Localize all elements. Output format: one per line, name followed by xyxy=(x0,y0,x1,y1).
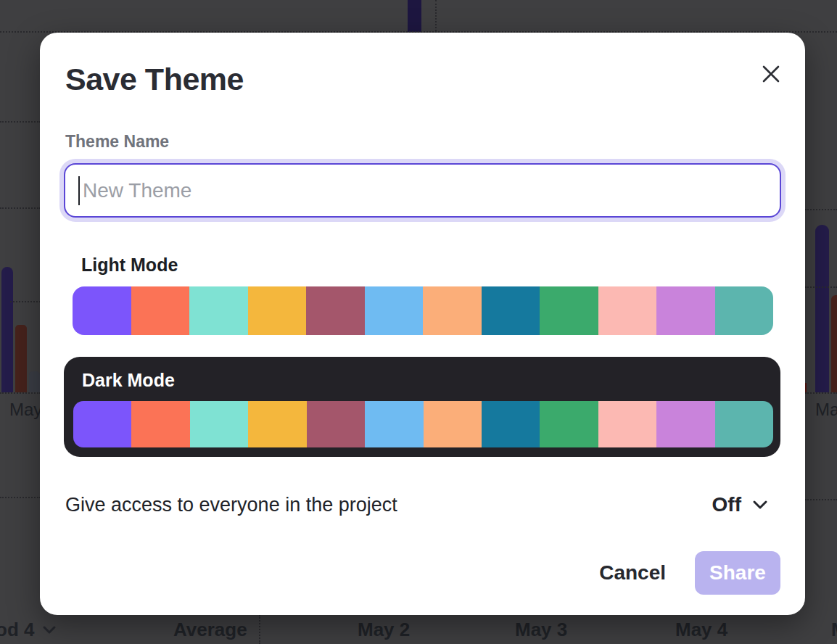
chart-bar xyxy=(408,0,421,32)
gridline xyxy=(0,207,41,209)
close-button[interactable] xyxy=(760,63,782,85)
theme-name-label: Theme Name xyxy=(65,132,169,152)
color-swatch xyxy=(190,401,248,447)
gridline xyxy=(0,121,41,123)
access-dropdown[interactable]: Off xyxy=(712,493,769,516)
axis-label-may3: May 3 xyxy=(515,619,567,641)
gridline xyxy=(0,497,41,498)
chart-bar xyxy=(15,325,27,392)
color-swatch xyxy=(540,401,598,447)
color-swatch xyxy=(248,401,306,447)
dialog-title: Save Theme xyxy=(65,62,244,97)
dark-mode-heading: Dark Mode xyxy=(82,370,175,391)
color-swatch xyxy=(656,286,715,335)
color-swatch xyxy=(248,286,307,335)
color-swatch xyxy=(540,286,598,335)
theme-name-input[interactable] xyxy=(64,163,781,218)
period-label: od 4 xyxy=(0,619,34,641)
save-theme-dialog: Save Theme Theme Name Light Mode Dark Mo… xyxy=(40,33,805,615)
color-swatch xyxy=(365,286,424,335)
gridline xyxy=(805,209,837,210)
dialog-footer: Cancel Share xyxy=(599,551,780,595)
color-swatch xyxy=(482,401,540,447)
axis-label-may5-partial: M xyxy=(831,619,837,641)
gridline xyxy=(435,0,437,31)
gridline xyxy=(259,615,260,644)
color-swatch xyxy=(73,286,131,335)
access-label: Give access to everyone in the project xyxy=(65,494,397,516)
share-button[interactable]: Share xyxy=(695,551,780,595)
cancel-button[interactable]: Cancel xyxy=(599,561,666,585)
text-caret xyxy=(78,176,80,205)
axis-label-may2: May 2 xyxy=(358,619,410,641)
dark-mode-card: Dark Mode xyxy=(64,357,780,457)
color-swatch xyxy=(715,401,773,447)
color-swatch xyxy=(598,286,657,335)
color-swatch xyxy=(656,401,714,447)
gridline xyxy=(805,392,837,394)
color-swatch xyxy=(131,286,190,335)
chevron-down-icon xyxy=(751,499,769,511)
theme-name-field-ring xyxy=(59,159,786,222)
axis-label-average: Average xyxy=(173,619,247,641)
chart-bar xyxy=(831,295,837,392)
color-swatch xyxy=(189,286,248,335)
access-value: Off xyxy=(712,493,741,516)
dark-mode-palette xyxy=(73,401,773,447)
chart-bar xyxy=(815,225,829,392)
close-icon xyxy=(760,63,782,85)
gridline xyxy=(805,286,837,288)
color-swatch xyxy=(131,401,189,447)
color-swatch xyxy=(715,286,774,335)
axis-label-may-right: Ma xyxy=(815,400,837,420)
axis-label-may-left: May xyxy=(9,400,42,420)
light-mode-heading: Light Mode xyxy=(81,255,178,276)
period-selector: od 4 xyxy=(0,619,57,641)
color-swatch xyxy=(598,401,656,447)
color-swatch xyxy=(482,286,540,335)
color-swatch xyxy=(306,286,365,335)
chevron-down-icon xyxy=(41,625,57,635)
color-swatch xyxy=(365,401,423,447)
gridline xyxy=(0,392,41,394)
color-swatch xyxy=(307,401,365,447)
axis-label-may4: May 4 xyxy=(675,619,727,641)
chart-bar xyxy=(1,267,13,392)
chart-bar xyxy=(29,371,40,392)
color-swatch xyxy=(424,401,482,447)
light-mode-palette xyxy=(73,286,773,335)
access-row: Give access to everyone in the project O… xyxy=(65,492,769,518)
color-swatch xyxy=(73,401,131,447)
gridline xyxy=(10,301,41,302)
gridline xyxy=(805,499,837,500)
color-swatch xyxy=(423,286,482,335)
